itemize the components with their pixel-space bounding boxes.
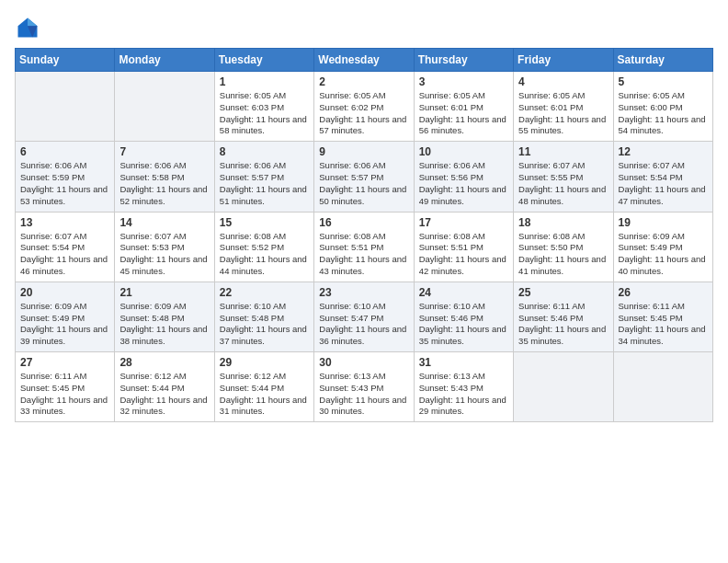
calendar-cell: 16Sunrise: 6:08 AM Sunset: 5:51 PM Dayli… [314,212,414,282]
day-number: 19 [619,216,708,229]
day-number: 27 [20,356,109,369]
day-info: Sunrise: 6:06 AM Sunset: 5:59 PM Dayligh… [20,160,109,207]
calendar-cell: 22Sunrise: 6:10 AM Sunset: 5:48 PM Dayli… [214,282,313,351]
calendar-cell: 15Sunrise: 6:08 AM Sunset: 5:52 PM Dayli… [214,212,313,282]
logo-icon [15,15,40,40]
day-info: Sunrise: 6:11 AM Sunset: 5:45 PM Dayligh… [20,371,109,418]
day-info: Sunrise: 6:06 AM Sunset: 5:58 PM Dayligh… [119,160,209,207]
calendar-week-row: 13Sunrise: 6:07 AM Sunset: 5:54 PM Dayli… [16,212,713,282]
calendar-cell [16,72,115,142]
calendar-table: SundayMondayTuesdayWednesdayThursdayFrid… [15,48,713,422]
calendar-cell: 18Sunrise: 6:08 AM Sunset: 5:50 PM Dayli… [514,212,613,282]
calendar-cell: 2Sunrise: 6:05 AM Sunset: 6:02 PM Daylig… [314,72,414,142]
day-number: 15 [220,216,309,229]
day-info: Sunrise: 6:12 AM Sunset: 5:44 PM Dayligh… [119,371,209,418]
day-info: Sunrise: 6:06 AM Sunset: 5:56 PM Dayligh… [419,160,508,207]
calendar-cell: 11Sunrise: 6:07 AM Sunset: 5:55 PM Dayli… [514,142,613,212]
day-info: Sunrise: 6:05 AM Sunset: 6:01 PM Dayligh… [419,90,508,137]
day-info: Sunrise: 6:07 AM Sunset: 5:54 PM Dayligh… [619,160,708,207]
day-number: 4 [518,75,608,88]
day-number: 13 [20,216,109,229]
day-number: 30 [319,356,408,369]
calendar-cell: 24Sunrise: 6:10 AM Sunset: 5:46 PM Dayli… [414,282,513,351]
calendar-cell [514,352,613,422]
weekday-header-tuesday: Tuesday [214,49,313,72]
calendar-cell: 23Sunrise: 6:10 AM Sunset: 5:47 PM Dayli… [314,282,414,351]
calendar-cell: 1Sunrise: 6:05 AM Sunset: 6:03 PM Daylig… [214,72,313,142]
calendar-cell: 9Sunrise: 6:06 AM Sunset: 5:57 PM Daylig… [314,142,414,212]
day-info: Sunrise: 6:13 AM Sunset: 5:43 PM Dayligh… [319,371,408,418]
calendar-cell: 19Sunrise: 6:09 AM Sunset: 5:49 PM Dayli… [613,212,712,282]
day-info: Sunrise: 6:12 AM Sunset: 5:44 PM Dayligh… [220,371,309,418]
day-number: 21 [119,286,209,299]
day-info: Sunrise: 6:13 AM Sunset: 5:43 PM Dayligh… [419,371,508,418]
day-number: 2 [319,75,408,88]
day-info: Sunrise: 6:05 AM Sunset: 6:02 PM Dayligh… [319,90,408,137]
day-info: Sunrise: 6:07 AM Sunset: 5:55 PM Dayligh… [518,160,608,207]
day-number: 18 [518,216,608,229]
day-number: 3 [419,75,508,88]
day-info: Sunrise: 6:09 AM Sunset: 5:49 PM Dayligh… [619,231,708,278]
day-number: 10 [419,145,508,158]
day-number: 6 [20,145,109,158]
day-number: 11 [518,145,608,158]
calendar-cell: 7Sunrise: 6:06 AM Sunset: 5:58 PM Daylig… [115,142,214,212]
day-info: Sunrise: 6:10 AM Sunset: 5:48 PM Dayligh… [220,301,309,348]
day-info: Sunrise: 6:10 AM Sunset: 5:46 PM Dayligh… [419,301,508,348]
calendar-week-row: 6Sunrise: 6:06 AM Sunset: 5:59 PM Daylig… [16,142,713,212]
calendar-cell: 4Sunrise: 6:05 AM Sunset: 6:01 PM Daylig… [514,72,613,142]
weekday-header-thursday: Thursday [414,49,513,72]
day-info: Sunrise: 6:08 AM Sunset: 5:50 PM Dayligh… [518,231,608,278]
calendar-cell: 17Sunrise: 6:08 AM Sunset: 5:51 PM Dayli… [414,212,513,282]
day-info: Sunrise: 6:08 AM Sunset: 5:51 PM Dayligh… [319,231,408,278]
day-number: 29 [220,356,309,369]
day-number: 14 [119,216,209,229]
day-number: 12 [619,145,708,158]
calendar-cell: 27Sunrise: 6:11 AM Sunset: 5:45 PM Dayli… [16,352,115,422]
calendar-cell: 20Sunrise: 6:09 AM Sunset: 5:49 PM Dayli… [16,282,115,351]
day-info: Sunrise: 6:07 AM Sunset: 5:54 PM Dayligh… [20,231,109,278]
calendar-week-row: 1Sunrise: 6:05 AM Sunset: 6:03 PM Daylig… [16,72,713,142]
day-number: 5 [619,75,708,88]
weekday-header-friday: Friday [514,49,613,72]
day-number: 8 [220,145,309,158]
weekday-header-monday: Monday [115,49,214,72]
calendar-cell: 26Sunrise: 6:11 AM Sunset: 5:45 PM Dayli… [613,282,712,351]
day-info: Sunrise: 6:09 AM Sunset: 5:48 PM Dayligh… [119,301,209,348]
day-number: 1 [220,75,309,88]
calendar-cell: 31Sunrise: 6:13 AM Sunset: 5:43 PM Dayli… [414,352,513,422]
calendar-week-row: 27Sunrise: 6:11 AM Sunset: 5:45 PM Dayli… [16,352,713,422]
day-info: Sunrise: 6:05 AM Sunset: 6:00 PM Dayligh… [619,90,708,137]
calendar-cell: 21Sunrise: 6:09 AM Sunset: 5:48 PM Dayli… [115,282,214,351]
day-info: Sunrise: 6:11 AM Sunset: 5:45 PM Dayligh… [619,301,708,348]
weekday-header-saturday: Saturday [613,49,712,72]
day-number: 26 [619,286,708,299]
day-number: 25 [518,286,608,299]
day-number: 16 [319,216,408,229]
day-info: Sunrise: 6:09 AM Sunset: 5:49 PM Dayligh… [20,301,109,348]
day-number: 17 [419,216,508,229]
day-number: 23 [319,286,408,299]
calendar-cell [613,352,712,422]
day-number: 22 [220,286,309,299]
calendar-cell [115,72,214,142]
day-info: Sunrise: 6:11 AM Sunset: 5:46 PM Dayligh… [518,301,608,348]
day-info: Sunrise: 6:05 AM Sunset: 6:03 PM Dayligh… [220,90,309,137]
weekday-header-row: SundayMondayTuesdayWednesdayThursdayFrid… [16,49,713,72]
page-header [15,15,713,40]
calendar-week-row: 20Sunrise: 6:09 AM Sunset: 5:49 PM Dayli… [16,282,713,351]
day-info: Sunrise: 6:05 AM Sunset: 6:01 PM Dayligh… [518,90,608,137]
day-number: 31 [419,356,508,369]
calendar-cell: 6Sunrise: 6:06 AM Sunset: 5:59 PM Daylig… [16,142,115,212]
svg-marker-1 [28,18,38,27]
logo [15,15,44,40]
calendar-cell: 30Sunrise: 6:13 AM Sunset: 5:43 PM Dayli… [314,352,414,422]
calendar-cell: 25Sunrise: 6:11 AM Sunset: 5:46 PM Dayli… [514,282,613,351]
day-number: 20 [20,286,109,299]
day-info: Sunrise: 6:06 AM Sunset: 5:57 PM Dayligh… [319,160,408,207]
calendar-cell: 10Sunrise: 6:06 AM Sunset: 5:56 PM Dayli… [414,142,513,212]
calendar-cell: 8Sunrise: 6:06 AM Sunset: 5:57 PM Daylig… [214,142,313,212]
calendar-cell: 13Sunrise: 6:07 AM Sunset: 5:54 PM Dayli… [16,212,115,282]
weekday-header-sunday: Sunday [16,49,115,72]
calendar-cell: 5Sunrise: 6:05 AM Sunset: 6:00 PM Daylig… [613,72,712,142]
